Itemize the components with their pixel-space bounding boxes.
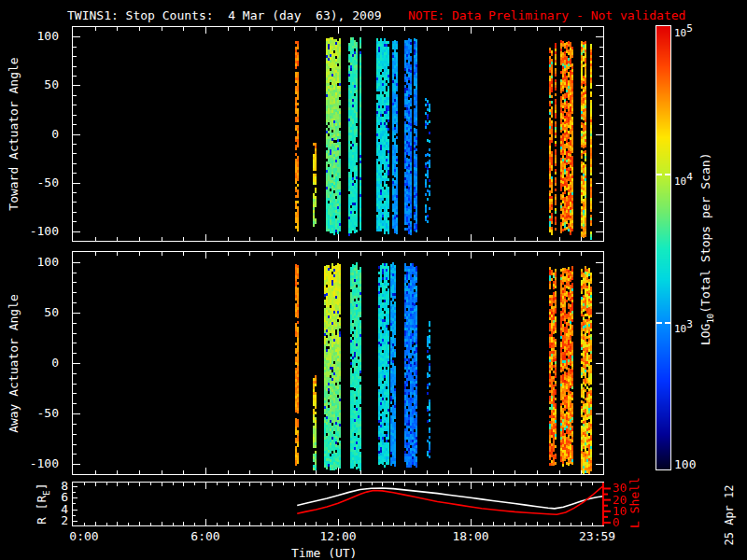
colorbar-tick-label: 104 <box>674 170 693 187</box>
orbit-line-plot-canvas <box>72 482 604 526</box>
y-tick-label: 0 <box>19 128 59 140</box>
colorbar-tick-label: 105 <box>674 22 693 39</box>
y-tick-label: -50 <box>19 407 59 419</box>
y-tick-label: -100 <box>19 225 59 237</box>
x-tick-label: 23:59 <box>570 530 626 542</box>
y-tick-label: 0 <box>19 357 59 369</box>
y-tick-label: 100 <box>19 30 59 42</box>
x-tick-label: 6:00 <box>177 530 233 542</box>
colorbar-title: LOG10(Total Stops per Scan) <box>698 150 715 348</box>
xaxis-label: Time (UT) <box>291 546 357 560</box>
y-tick-label: 50 <box>19 78 59 91</box>
lshell-tick-label: 0 <box>613 516 641 528</box>
y-tick-label: -100 <box>19 457 59 469</box>
r-tick-label: 2 <box>52 514 68 526</box>
y-tick-label: 100 <box>19 256 59 268</box>
x-tick-label: 18:00 <box>443 530 499 542</box>
x-tick-label: 0:00 <box>56 530 112 542</box>
colorbar-tick-label: 103 <box>674 318 693 335</box>
x-tick-label: 12:00 <box>310 530 366 542</box>
away-spectrogram-canvas <box>72 251 604 475</box>
y-tick-label: -50 <box>19 176 59 189</box>
r-axis-label: R [RE] <box>35 457 51 551</box>
plot-page: TWINS1: Stop Counts: 4 Mar (day 63), 200… <box>0 0 747 560</box>
y-tick-label: 50 <box>19 306 59 318</box>
preliminary-note: NOTE: Data Preliminary - Not validated <box>408 8 685 22</box>
toward-spectrogram-canvas <box>72 26 604 242</box>
timestamp: 25 Apr 12 <box>723 469 736 560</box>
plot-title: TWINS1: Stop Counts: 4 Mar (day 63), 200… <box>67 8 382 22</box>
colorbar-tick-label: 100 <box>674 458 696 470</box>
colorbar <box>655 25 671 470</box>
